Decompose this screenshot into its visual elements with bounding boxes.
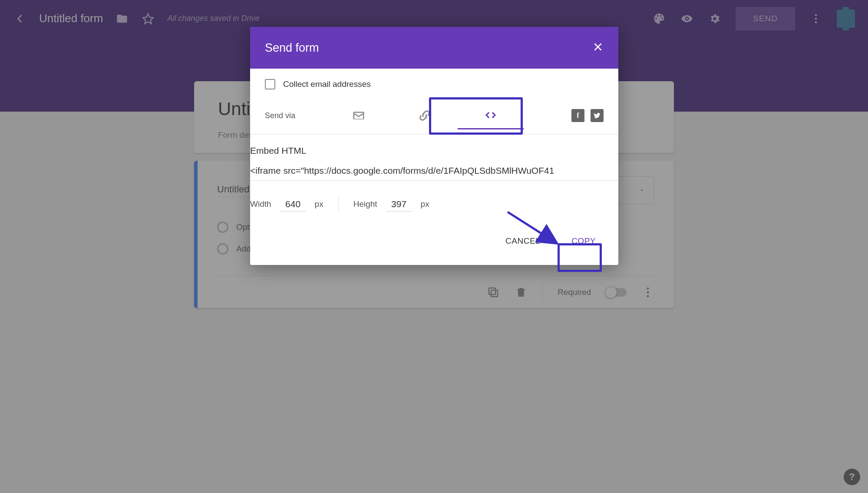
svg-line-8 [508, 212, 555, 242]
width-input[interactable] [280, 197, 306, 212]
height-label: Height [353, 199, 377, 209]
collect-email-row[interactable]: Collect email addresses [265, 79, 604, 89]
dialog-title: Send form [265, 41, 319, 55]
annotation-box-embed-tab [429, 97, 523, 135]
embed-html-label: Embed HTML [250, 146, 618, 156]
dim-separator [338, 195, 339, 213]
twitter-share-icon[interactable] [591, 109, 604, 122]
px-unit: px [421, 199, 429, 209]
close-icon[interactable] [592, 41, 604, 54]
facebook-share-icon[interactable]: f [571, 109, 584, 122]
width-label: Width [250, 199, 271, 209]
send-via-label: Send via [265, 111, 326, 120]
dialog-header: Send form [250, 27, 618, 69]
send-form-dialog: Send form Collect email addresses Send v… [250, 27, 618, 265]
annotation-arrow [505, 210, 562, 246]
email-icon [352, 109, 365, 122]
px-unit: px [315, 199, 323, 209]
send-via-email-tab[interactable] [326, 102, 392, 129]
collect-email-label: Collect email addresses [283, 79, 371, 89]
checkbox-icon[interactable] [265, 79, 275, 89]
embed-code-field[interactable]: <iframe src="https://docs.google.com/for… [250, 165, 618, 181]
height-input[interactable] [386, 197, 412, 212]
annotation-box-copy [558, 243, 602, 272]
